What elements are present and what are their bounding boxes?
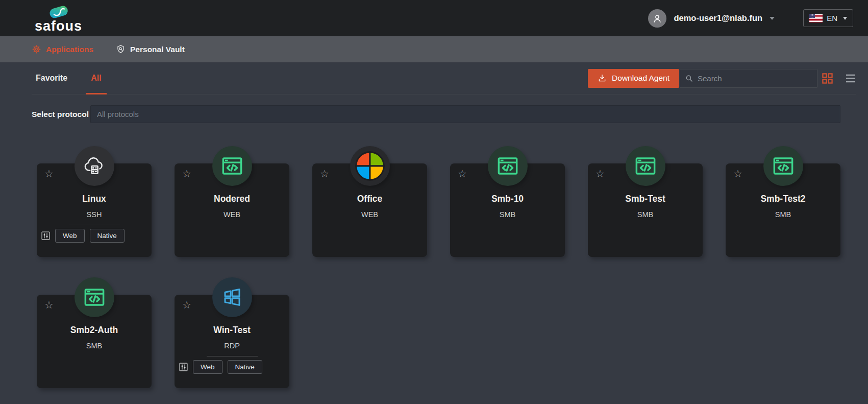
favorite-star-icon[interactable]: ☆ [320,169,329,179]
protocol-filter-label: Select protocol [32,110,90,119]
web-code-icon [763,146,803,186]
brand-logo: safous [35,4,82,33]
nav-item-label: Personal Vault [130,45,185,54]
app-card-office[interactable]: ☆ Office WEB [312,163,427,257]
tab-label: Favorite [36,74,67,83]
search-icon [685,74,693,83]
app-name: Smb2-Auth [37,325,152,336]
app-card-smb-10[interactable]: ☆ Smb-10 SMB [450,163,565,257]
protocol-filter-row: Select protocol [32,105,856,123]
nav-item-applications[interactable]: Applications [32,44,93,54]
app-name: Linux [37,194,152,204]
app-protocol: SMB [588,210,703,219]
tabs: Favorite All [35,62,103,94]
download-icon [598,74,607,83]
list-view-icon [845,74,856,83]
favorite-star-icon[interactable]: ☆ [596,169,605,179]
download-agent-button[interactable]: Download Agent [588,69,679,88]
connection-settings-icon[interactable] [179,363,188,371]
native-launch-button[interactable]: Native [228,360,262,374]
tab-all[interactable]: All [90,62,102,94]
card-actions: WebNative [175,360,289,374]
search-box [680,69,817,88]
main-nav: Applications Personal Vault [0,36,868,62]
app-card-nodered[interactable]: ☆ Nodered WEB [175,163,289,257]
toolbar: Favorite All Download Agent [32,62,856,94]
protocol-filter-input[interactable] [90,105,840,123]
app-card-smb-test2[interactable]: ☆ Smb-Test2 SMB [726,163,840,257]
user-avatar[interactable] [648,9,666,28]
brand-name: safous [35,19,82,33]
ssh-cloud-icon [75,146,114,186]
web-code-icon [626,146,665,186]
download-agent-label: Download Agent [612,74,669,83]
tab-label: All [91,74,101,83]
windows-icon [212,277,252,317]
app-name: Smb-Test [588,194,703,204]
app-card-win-test[interactable]: ☆ Win-Test RDP WebNative [175,295,289,388]
web-launch-button[interactable]: Web [55,229,85,243]
language-selector[interactable]: EN [803,9,853,27]
native-launch-button[interactable]: Native [90,229,125,243]
favorite-star-icon[interactable]: ☆ [182,169,191,179]
gear-icon [32,44,41,54]
safous-logo-icon [48,4,69,20]
web-code-icon [488,146,528,186]
language-caret-icon [843,17,847,20]
app-name: Smb-10 [450,194,565,204]
user-email[interactable]: demo-user1@nlab.fun [674,13,762,23]
card-actions: WebNative [37,229,152,243]
app-card-smb-test[interactable]: ☆ Smb-Test SMB [588,163,703,257]
favorite-star-icon[interactable]: ☆ [458,169,467,179]
language-code: EN [827,14,837,22]
web-launch-button[interactable]: Web [193,360,222,374]
app-protocol: SSH [37,210,152,219]
tab-favorite[interactable]: Favorite [35,62,68,94]
nav-item-personal-vault[interactable]: Personal Vault [116,44,185,54]
user-area: demo-user1@nlab.fun EN [648,9,853,28]
safous-app: { "colors": { "accent": "#cf5030", "nav_… [0,0,868,404]
favorite-star-icon[interactable]: ☆ [182,300,191,310]
web-code-icon [75,277,114,317]
app-name: Nodered [175,194,289,204]
grid-view-icon [822,73,833,84]
us-flag-icon [809,14,823,22]
favorite-star-icon[interactable]: ☆ [733,169,742,179]
app-card-linux[interactable]: ☆ Linux SSH WebNative [37,163,152,257]
person-icon [652,13,663,24]
app-name: Smb-Test2 [726,194,840,204]
list-view-button[interactable] [845,74,856,83]
card-divider [207,356,258,357]
app-card-smb2-auth[interactable]: ☆ Smb2-Auth SMB [37,295,152,388]
user-menu-caret-icon[interactable] [770,17,775,20]
grid-view-button[interactable] [822,73,833,84]
office-pie-icon [350,146,390,186]
connection-settings-icon[interactable] [41,231,50,240]
search-input[interactable] [680,69,817,88]
app-name: Office [312,194,427,204]
app-protocol: WEB [312,210,427,219]
toolbar-right: Download Agent [588,69,856,88]
card-divider [69,225,120,225]
favorite-star-icon[interactable]: ☆ [44,300,54,310]
app-protocol: SMB [726,210,840,219]
top-bar: safous demo-user1@nlab.fun EN [0,0,868,36]
app-protocol: SMB [450,210,565,219]
app-protocol: RDP [175,342,289,350]
app-protocol: SMB [37,342,152,350]
nav-item-label: Applications [46,45,93,54]
app-protocol: WEB [175,210,289,219]
app-grid: ☆ Linux SSH WebNative ☆ Nodered WEB [37,163,856,388]
shield-search-icon [116,44,126,54]
app-name: Win-Test [175,325,289,336]
content: Favorite All Download Agent [0,62,868,388]
favorite-star-icon[interactable]: ☆ [44,169,54,179]
web-code-icon [212,146,252,186]
